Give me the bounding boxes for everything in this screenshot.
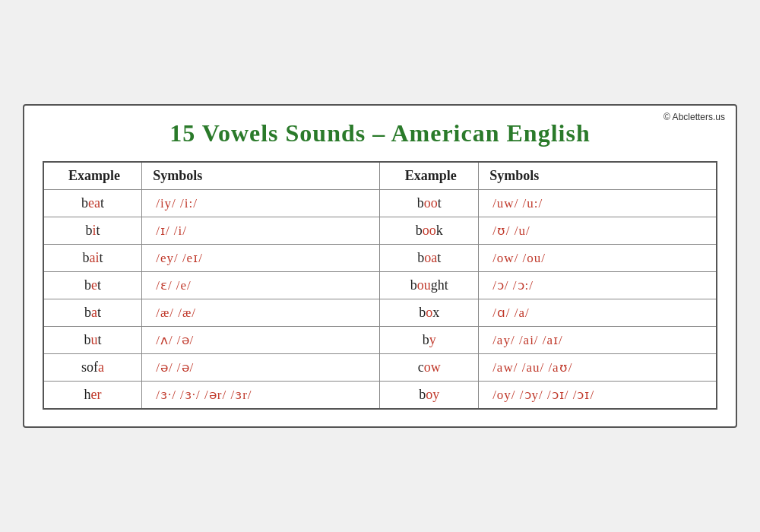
- table-body: beat/iy/ /i:/boot/uw/ /u:/bit/ɪ/ /i/book…: [43, 190, 717, 410]
- consonant: t: [98, 332, 102, 347]
- header-symbols-left: Symbols: [142, 162, 380, 190]
- consonant: b: [417, 195, 424, 211]
- consonant: b: [84, 332, 91, 347]
- consonant: x: [432, 305, 439, 320]
- consonant: b: [417, 250, 424, 265]
- example-word-right: book: [380, 217, 479, 245]
- table-row: bat/æ/ /æ/box/ɑ/ /a/: [43, 299, 717, 327]
- consonant: ght: [431, 277, 448, 293]
- symbols-cell-left: /ɪ/ /i/: [142, 217, 380, 245]
- vowel-highlight: er: [91, 387, 102, 402]
- consonant: b: [423, 332, 429, 347]
- symbols-cell-right: /ɑ/ /a/: [479, 299, 717, 327]
- consonant: t: [97, 305, 101, 320]
- symbols-cell-left: /ɛ/ /e/: [142, 272, 380, 299]
- table-header-row: Example Symbols Example Symbols: [43, 162, 717, 190]
- symbols-cell-left: /ɜ·/ /ɜ·/ /ər/ /ɜr/: [142, 382, 380, 410]
- page-title: 15 Vowels Sounds – American English: [43, 119, 717, 147]
- consonant: b: [84, 277, 91, 293]
- symbols-cell-right: /ɔ/ /ɔ:/: [479, 272, 717, 299]
- consonant: b: [419, 305, 426, 320]
- vowel-highlight: u: [91, 332, 98, 347]
- example-word-right: bought: [380, 272, 479, 299]
- example-word-left: bat: [43, 299, 142, 327]
- consonant: t: [97, 223, 100, 238]
- consonant: b: [86, 223, 93, 238]
- table-row: her/ɜ·/ /ɜ·/ /ər/ /ɜr/boy/oy/ /ɔy/ /ɔɪ/ …: [43, 382, 717, 410]
- symbols-cell-left: /ʌ/ /ə/: [142, 327, 380, 354]
- example-word-right: boat: [380, 245, 479, 272]
- consonant: b: [416, 223, 423, 238]
- table-row: sofa/ə/ /ə/cow/aw/ /au/ /aʊ/: [43, 354, 717, 382]
- header-example-right: Example: [380, 162, 479, 190]
- consonant: b: [419, 387, 426, 402]
- symbols-cell-right: /oy/ /ɔy/ /ɔɪ/ /ɔɪ/: [479, 382, 717, 410]
- consonant: t: [97, 277, 101, 293]
- vowel-highlight: a: [91, 305, 97, 320]
- main-card: © Abcletters.us 15 Vowels Sounds – Ameri…: [23, 104, 737, 428]
- example-word-left: beat: [43, 190, 142, 217]
- vowel-highlight: oy: [426, 387, 439, 402]
- example-word-right: by: [380, 327, 479, 354]
- table-row: bit/ɪ/ /i/book/ʊ/ /u/: [43, 217, 717, 245]
- example-word-left: her: [43, 382, 142, 410]
- consonant: h: [84, 387, 91, 402]
- vowel-highlight: o: [426, 305, 432, 320]
- header-example-left: Example: [43, 162, 142, 190]
- consonant: c: [418, 359, 424, 375]
- vowel-highlight: oo: [424, 195, 438, 211]
- example-word-left: bit: [43, 217, 142, 245]
- symbols-cell-right: /ʊ/ /u/: [479, 217, 717, 245]
- consonant: t: [438, 195, 442, 211]
- table-row: bait/ey/ /eɪ/boat/ow/ /ou/: [43, 245, 717, 272]
- symbols-cell-left: /iy/ /i:/: [142, 190, 380, 217]
- symbols-cell-right: /aw/ /au/ /aʊ/: [479, 354, 717, 382]
- consonant: k: [436, 223, 443, 238]
- consonant: t: [100, 250, 103, 265]
- vowel-highlight: ow: [424, 359, 441, 375]
- consonant: b: [410, 277, 417, 293]
- symbols-cell-right: /ay/ /ai/ /aɪ/: [479, 327, 717, 354]
- table-row: beat/iy/ /i:/boot/uw/ /u:/: [43, 190, 717, 217]
- symbols-cell-right: /uw/ /u:/: [479, 190, 717, 217]
- symbols-cell-left: /ə/ /ə/: [142, 354, 380, 382]
- vowel-highlight: y: [429, 332, 436, 347]
- symbols-cell-left: /æ/ /æ/: [142, 299, 380, 327]
- example-word-right: cow: [380, 354, 479, 382]
- symbols-cell-left: /ey/ /eɪ/: [142, 245, 380, 272]
- example-word-left: bet: [43, 272, 142, 299]
- consonant: t: [437, 250, 441, 265]
- consonant: b: [81, 195, 88, 211]
- example-word-left: sofa: [43, 354, 142, 382]
- table-row: bet/ɛ/ /e/bought/ɔ/ /ɔ:/: [43, 272, 717, 299]
- vowel-highlight: ea: [88, 195, 100, 211]
- vowel-highlight: ai: [90, 250, 100, 265]
- consonant: b: [84, 305, 91, 320]
- vowels-table: Example Symbols Example Symbols beat/iy/…: [43, 161, 717, 410]
- vowel-highlight: e: [91, 277, 97, 293]
- vowel-highlight: ou: [417, 277, 431, 293]
- consonant: b: [83, 250, 90, 265]
- header-symbols-right: Symbols: [479, 162, 717, 190]
- consonant: sof: [81, 359, 98, 375]
- vowel-highlight: oa: [424, 250, 437, 265]
- example-word-left: but: [43, 327, 142, 354]
- table-row: but/ʌ/ /ə/by/ay/ /ai/ /aɪ/: [43, 327, 717, 354]
- example-word-right: boot: [380, 190, 479, 217]
- copyright-text: © Abcletters.us: [663, 112, 725, 122]
- vowel-highlight: a: [98, 359, 104, 375]
- consonant: t: [100, 195, 104, 211]
- example-word-right: boy: [380, 382, 479, 410]
- vowel-highlight: oo: [423, 223, 436, 238]
- example-word-left: bait: [43, 245, 142, 272]
- symbols-cell-right: /ow/ /ou/: [479, 245, 717, 272]
- example-word-right: box: [380, 299, 479, 327]
